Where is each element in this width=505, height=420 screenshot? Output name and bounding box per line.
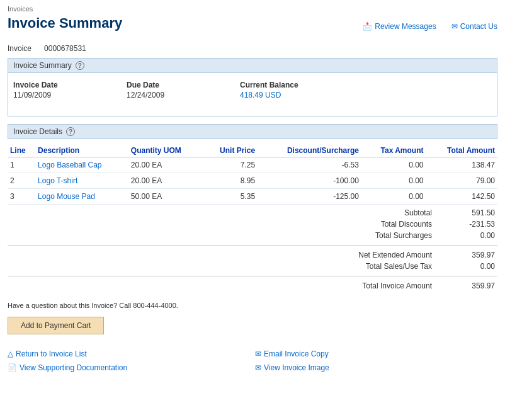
row3-description[interactable]: Logo Mouse Pad (35, 189, 128, 205)
document-icon: 📄 (8, 363, 17, 372)
row3-line: 3 (8, 189, 35, 205)
totals-section: Subtotal 591.50 Total Discounts -231.53 … (8, 207, 497, 292)
invoice-meta: Invoice 0000678531 (8, 44, 497, 53)
row3-quantity: 50.00 EA (128, 189, 203, 205)
page-title: Invoice Summary (8, 15, 122, 31)
due-date-col: Due Date 12/24/2009 (127, 81, 240, 99)
col-header-tax: Tax Amount (361, 144, 426, 157)
col-header-quantity: Quantity UOM (128, 144, 203, 157)
col-header-description: Description (35, 144, 128, 157)
col-header-discount: Discount/Surcharge (258, 144, 361, 157)
surcharges-row: Total Surcharges 0.00 (8, 230, 497, 241)
summary-help-icon[interactable]: ? (76, 61, 84, 70)
col-header-total: Total Amount (426, 144, 497, 157)
invoice-details-header: Invoice Details ? (8, 124, 497, 139)
row1-discount: -6.53 (258, 157, 361, 173)
question-text: Have a question about this Invoice? Call… (8, 302, 497, 309)
row3-unit-price: 5.35 (203, 189, 258, 205)
invoice-details-table: Line Description Quantity UOM Unit Price… (8, 144, 497, 205)
invoice-summary-header: Invoice Summary ? (8, 59, 497, 73)
row2-description[interactable]: Logo T-shirt (35, 173, 128, 189)
subtotal-row: Subtotal 591.50 (8, 207, 497, 219)
return-to-invoice-list-link[interactable]: △ Return to Invoice List (8, 349, 250, 358)
row1-total: 138.47 (426, 157, 497, 173)
invoice-summary-section: Invoice Summary ? Invoice Date 11/09/200… (8, 58, 497, 116)
row2-total: 79.00 (426, 173, 497, 189)
row2-line: 2 (8, 173, 35, 189)
summary-grid: Invoice Date 11/09/2009 Due Date 12/24/2… (13, 78, 492, 102)
discounts-row: Total Discounts -231.53 (8, 219, 497, 230)
col-header-unit-price: Unit Price (203, 144, 258, 157)
view-invoice-image-link[interactable]: ✉ View Invoice Image (255, 363, 497, 372)
contact-icon: ✉ (451, 22, 458, 31)
row2-discount: -100.00 (258, 173, 361, 189)
row3-total: 142.50 (426, 189, 497, 205)
sales-tax-row: Total Sales/Use Tax 0.00 (8, 261, 497, 272)
contact-us-link[interactable]: ✉ Contact Us (451, 22, 497, 31)
row1-unit-price: 7.25 (203, 157, 258, 173)
details-help-icon[interactable]: ? (66, 127, 75, 136)
row1-description[interactable]: Logo Baseball Cap (35, 157, 128, 173)
row1-quantity: 20.00 EA (128, 157, 203, 173)
invoice-date-col: Invoice Date 11/09/2009 (13, 81, 127, 99)
row2-unit-price: 8.95 (203, 173, 258, 189)
col-header-line: Line (8, 144, 35, 157)
current-balance-col: Current Balance 418.49 USD (240, 81, 366, 99)
row2-quantity: 20.00 EA (128, 173, 203, 189)
breadcrumb: Invoices (8, 5, 497, 13)
row1-tax: 0.00 (361, 157, 426, 173)
email-invoice-copy-link[interactable]: ✉ Email Invoice Copy (255, 349, 497, 358)
view-supporting-documentation-link[interactable]: 📄 View Supporting Documentation (8, 363, 250, 372)
email-icon: ✉ (255, 349, 261, 358)
invoice-details-section: Invoice Details ? Line Description Quant… (8, 124, 497, 292)
table-row: 1 Logo Baseball Cap 20.00 EA 7.25 -6.53 … (8, 157, 497, 173)
total-invoice-row: Total Invoice Amount 359.97 (8, 280, 497, 292)
table-row: 3 Logo Mouse Pad 50.00 EA 5.35 -125.00 0… (8, 189, 497, 205)
invoice-label: Invoice (8, 44, 31, 53)
add-to-cart-button[interactable]: Add to Payment Cart (8, 317, 104, 334)
messages-icon: 📩 (363, 22, 372, 31)
row3-tax: 0.00 (361, 189, 426, 205)
image-icon: ✉ (255, 363, 261, 372)
row3-discount: -125.00 (258, 189, 361, 205)
table-row: 2 Logo T-shirt 20.00 EA 8.95 -100.00 0.0… (8, 173, 497, 189)
net-extended-row: Net Extended Amount 359.97 (8, 249, 497, 261)
row2-tax: 0.00 (361, 173, 426, 189)
review-messages-link[interactable]: 📩 Review Messages (363, 22, 436, 31)
return-icon: △ (8, 349, 13, 358)
invoice-number: 0000678531 (44, 44, 86, 53)
footer-links: △ Return to Invoice List ✉ Email Invoice… (8, 349, 497, 372)
row1-line: 1 (8, 157, 35, 173)
